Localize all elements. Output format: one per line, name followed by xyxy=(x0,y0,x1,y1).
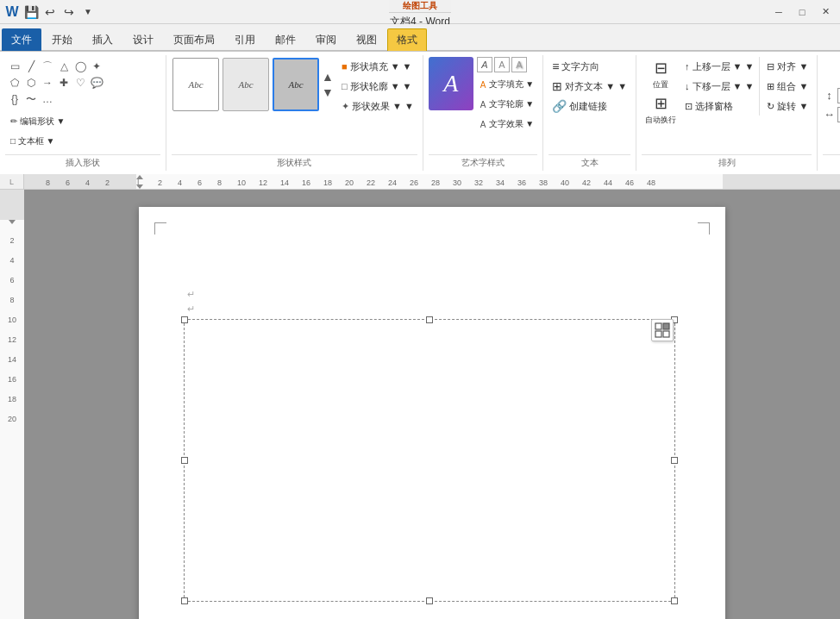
handle-tl[interactable] xyxy=(181,316,188,323)
align-text-btn[interactable]: ⊞ 对齐文本 ▼ ▼ xyxy=(549,77,630,96)
art-style-1[interactable]: A xyxy=(477,57,492,72)
shape-star[interactable]: ✦ xyxy=(89,59,104,74)
text-direction-btn[interactable]: ≡ 文字方向 xyxy=(549,57,603,76)
svg-text:2: 2 xyxy=(9,236,14,245)
shape-hex[interactable]: ⬡ xyxy=(23,75,39,91)
shape-style-1[interactable]: Abc xyxy=(172,58,219,111)
shape-effects-btn[interactable]: ✦ 形状效果 ▼ ▼ xyxy=(338,97,417,116)
align-btn[interactable]: ⊟ 对齐 ▼ xyxy=(763,57,812,76)
group-btn[interactable]: ⊞ 组合 ▼ xyxy=(763,77,812,96)
svg-text:20: 20 xyxy=(345,178,354,187)
group-insert-shapes: ▭ ╱ ⌒ △ ◯ ✦ ⬠ ⬡ → ✚ ♡ 💬 {} 〜 … xyxy=(0,55,166,171)
shape-curve[interactable]: ⌒ xyxy=(40,59,55,74)
ruler-corner: L xyxy=(0,174,24,190)
wrap-text-btn[interactable]: ⊞ 自动换行 xyxy=(642,92,680,127)
close-btn[interactable]: ✕ xyxy=(814,3,837,21)
svg-rect-35 xyxy=(0,190,24,220)
shape-style-2[interactable]: Abc xyxy=(223,58,269,111)
rotate-btn[interactable]: ↻ 旋转 ▼ xyxy=(763,97,812,116)
art-style-3[interactable]: A xyxy=(511,57,527,72)
tab-view[interactable]: 视图 xyxy=(347,28,386,51)
shape-heart[interactable]: ♡ xyxy=(72,75,88,91)
height-label: ↕ xyxy=(823,89,835,102)
shape-styles-down[interactable]: ▼ xyxy=(322,85,332,99)
svg-text:22: 22 xyxy=(367,178,375,187)
tab-references[interactable]: 引用 xyxy=(225,28,265,51)
handle-bl[interactable] xyxy=(181,597,188,604)
tab-file[interactable]: 文件 xyxy=(2,28,41,51)
svg-text:14: 14 xyxy=(8,355,16,364)
shape-cross[interactable]: ✚ xyxy=(56,75,72,91)
svg-text:46: 46 xyxy=(625,178,634,187)
shape-style-3[interactable]: Abc xyxy=(273,58,319,111)
width-label: ↔ xyxy=(823,108,835,121)
position-btn[interactable]: ⊟ 位置 xyxy=(642,57,680,91)
tab-review[interactable]: 审阅 xyxy=(306,28,346,51)
handle-br[interactable] xyxy=(671,597,678,604)
group-label-insert-shapes: 插入形状 xyxy=(5,154,160,171)
bring-forward-btn[interactable]: ↑ 上移一层 ▼ ▼ xyxy=(681,57,757,76)
art-fill-btn[interactable]: A 文字填充 ▼ xyxy=(477,75,537,94)
svg-text:10: 10 xyxy=(8,316,16,324)
shape-bracket[interactable]: {} xyxy=(7,91,22,107)
shape-pentagon[interactable]: ⬠ xyxy=(7,75,22,91)
textbox-container[interactable] xyxy=(184,319,675,602)
shape-callout[interactable]: 💬 xyxy=(89,75,104,91)
art-outline-btn[interactable]: A 文字轮廓 ▼ xyxy=(477,95,537,114)
tab-home[interactable]: 开始 xyxy=(42,28,82,51)
svg-text:8: 8 xyxy=(46,178,50,187)
ruler-horizontal: 8 6 4 2 | 2 4 6 8 10 12 14 16 18 20 22 2… xyxy=(24,174,840,190)
restore-btn[interactable]: □ xyxy=(791,3,813,21)
create-link-btn[interactable]: 🔗 创建链接 xyxy=(549,97,611,116)
send-backward-btn[interactable]: ↓ 下移一层 ▼ ▼ xyxy=(681,77,757,96)
shape-outline-btn[interactable]: □ 形状轮廓 ▼ ▼ xyxy=(338,77,417,96)
group-shape-styles: Abc Abc Abc ▲ ▼ ■ 形状填充 ▼ ▼ □ xyxy=(166,55,423,171)
tab-format[interactable]: 格式 xyxy=(387,28,427,51)
minimize-btn[interactable]: ─ xyxy=(768,3,790,21)
svg-text:2: 2 xyxy=(158,178,162,187)
selection-pane-btn[interactable]: ⊡ 选择窗格 xyxy=(681,97,757,116)
tab-layout[interactable]: 页面布局 xyxy=(164,28,224,51)
svg-text:8: 8 xyxy=(9,296,14,304)
layout-options-btn[interactable] xyxy=(651,319,674,341)
shape-line[interactable]: ╱ xyxy=(23,59,39,74)
art-effects-btn[interactable]: A 文字效果 ▼ xyxy=(477,115,537,134)
shape-rect[interactable]: ▭ xyxy=(7,59,22,74)
shape-wave[interactable]: 〜 xyxy=(23,91,39,107)
shape-fill-btn[interactable]: ■ 形状填充 ▼ ▼ xyxy=(338,57,417,76)
svg-text:18: 18 xyxy=(323,178,332,187)
word-icon: W xyxy=(3,3,21,21)
shape-triangle[interactable]: △ xyxy=(56,59,72,74)
handle-bc[interactable] xyxy=(426,597,433,604)
tab-design[interactable]: 设计 xyxy=(123,28,163,51)
shape-arrow[interactable]: → xyxy=(40,75,55,91)
svg-text:34: 34 xyxy=(496,178,505,187)
handle-mr[interactable] xyxy=(671,457,678,464)
handle-tc[interactable] xyxy=(426,316,433,323)
tab-row: 文件 开始 插入 设计 页面布局 引用 邮件 审阅 视图 格式 xyxy=(0,24,840,50)
edit-shape-btn[interactable]: ✏ 编辑形状 ▼ xyxy=(7,112,68,131)
tab-insert[interactable]: 插入 xyxy=(83,28,122,51)
svg-text:18: 18 xyxy=(8,395,16,403)
svg-text:38: 38 xyxy=(539,178,548,187)
svg-text:20: 20 xyxy=(8,415,16,423)
shape-styles-up[interactable]: ▲ xyxy=(322,70,332,84)
textbox-btn[interactable]: □ 文本框 ▼ xyxy=(7,132,68,151)
tab-mailing[interactable]: 邮件 xyxy=(266,28,305,51)
undo-btn[interactable]: ↩ xyxy=(41,3,59,21)
save-btn[interactable]: 💾 xyxy=(22,3,40,21)
drawing-tools-label: 绘图工具 xyxy=(389,0,451,13)
art-style-main-btn[interactable]: A xyxy=(429,57,473,110)
art-style-2[interactable]: A xyxy=(494,57,510,72)
shape-more[interactable]: … xyxy=(40,91,55,107)
svg-rect-50 xyxy=(663,331,669,337)
svg-text:4: 4 xyxy=(178,178,182,187)
doc-page: ↵ ↵ xyxy=(139,207,725,619)
shape-circle[interactable]: ◯ xyxy=(72,59,88,74)
qat-more-btn[interactable]: ▼ xyxy=(79,3,97,21)
handle-ml[interactable] xyxy=(181,457,188,464)
redo-btn[interactable]: ↪ xyxy=(60,3,78,21)
ribbon: ▭ ╱ ⌒ △ ◯ ✦ ⬠ ⬡ → ✚ ♡ 💬 {} 〜 … xyxy=(0,51,840,174)
doc-scroll[interactable]: ↵ ↵ xyxy=(24,190,840,619)
svg-text:6: 6 xyxy=(9,276,14,284)
